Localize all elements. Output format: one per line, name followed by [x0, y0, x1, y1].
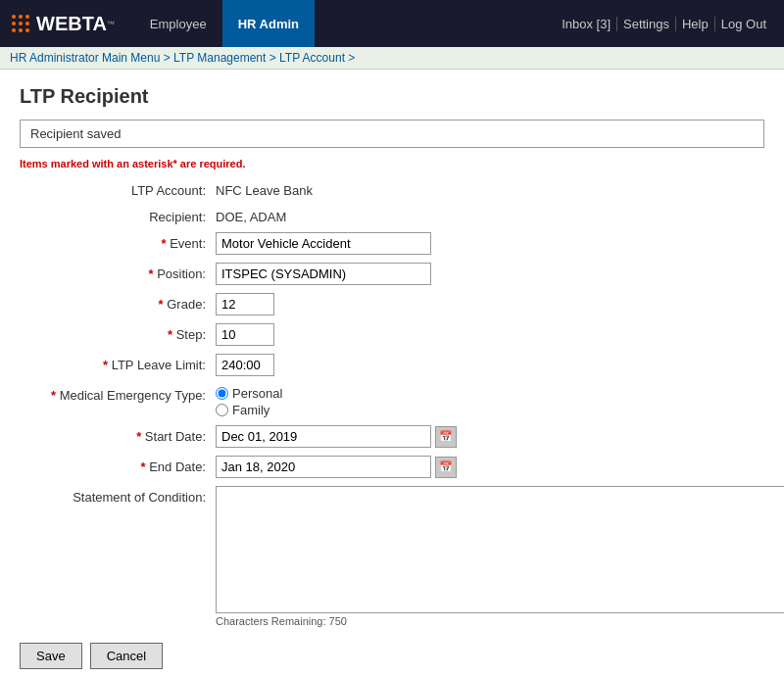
step-input-wrapper — [216, 323, 764, 346]
breadcrumb-home[interactable]: HR Administrator Main Menu — [10, 51, 160, 65]
radio-family-label: Family — [232, 403, 270, 417]
settings-link[interactable]: Settings — [617, 17, 676, 31]
header-right: Inbox [3] Settings Help Log Out — [556, 17, 784, 31]
start-date-calendar-button[interactable]: 📅 — [435, 426, 457, 448]
ltp-leave-limit-label: * LTP Leave Limit: — [20, 354, 216, 372]
form-row-step: * Step: — [20, 323, 764, 346]
event-asterisk: * — [161, 236, 170, 251]
medical-emergency-type-wrapper: Personal Family — [216, 384, 764, 417]
end-date-input-wrapper: 📅 — [216, 456, 764, 478]
logo-web-text: WEB — [36, 13, 82, 35]
form-row-ltp-leave-limit: * LTP Leave Limit: — [20, 354, 764, 376]
logo-area: WEBTA™ — [0, 0, 126, 47]
statement-label: Statement of Condition: — [20, 486, 216, 505]
nav-employee[interactable]: Employee — [134, 0, 222, 47]
start-date-wrapper: 📅 — [216, 425, 764, 448]
grade-label: * Grade: — [20, 293, 216, 312]
header-left: WEBTA™ Employee HR Admin — [0, 0, 315, 47]
button-row: Save Cancel — [20, 643, 764, 669]
form-row-event: * Event: — [20, 232, 764, 255]
recipient-value: DOE, ADAM — [216, 206, 764, 224]
cancel-button[interactable]: Cancel — [90, 643, 163, 669]
ltp-leave-limit-input-wrapper — [216, 354, 764, 376]
form-row-statement: Statement of Condition: Characters Remai… — [20, 486, 764, 627]
logo-ta-text: TA — [82, 13, 107, 35]
start-date-input[interactable] — [216, 425, 431, 448]
position-label: * Position: — [20, 263, 216, 281]
grade-input[interactable] — [216, 293, 274, 315]
medical-emergency-type-label: * Medical Emergency Type: — [20, 384, 216, 403]
grade-asterisk: * — [159, 297, 168, 312]
statement-textarea-wrapper: Characters Remaining: 750 — [216, 486, 784, 627]
radio-personal-label: Personal — [232, 386, 282, 401]
form-row-start-date: * Start Date: 📅 — [20, 425, 764, 448]
main-content: LTP Recipient Recipient saved Items mark… — [0, 70, 784, 677]
ltp-account-value: NFC Leave Bank — [216, 179, 764, 198]
header: WEBTA™ Employee HR Admin Inbox [3] Setti… — [0, 0, 784, 47]
radio-family[interactable]: Family — [216, 403, 764, 417]
statement-textarea[interactable] — [216, 486, 784, 613]
grade-input-wrapper — [216, 293, 764, 315]
medical-emergency-asterisk: * — [51, 388, 60, 403]
required-note-text: Items marked with an asterisk — [20, 158, 173, 169]
step-asterisk: * — [168, 327, 176, 342]
start-date-input-wrapper: 📅 — [216, 425, 764, 448]
step-input[interactable] — [216, 323, 274, 346]
form: LTP Account: NFC Leave Bank Recipient: D… — [20, 179, 764, 627]
required-note-text2: are required. — [177, 158, 246, 169]
form-row-medical-emergency-type: * Medical Emergency Type: Personal Famil… — [20, 384, 764, 417]
end-date-wrapper: 📅 — [216, 456, 764, 478]
main-nav: Employee HR Admin — [134, 0, 315, 47]
end-date-asterisk: * — [141, 459, 150, 474]
page-title: LTP Recipient — [20, 85, 764, 108]
position-input-wrapper — [216, 263, 764, 285]
logo-tm: ™ — [107, 20, 115, 28]
ltp-account-label: LTP Account: — [20, 179, 216, 198]
ltp-leave-limit-asterisk: * — [103, 358, 112, 372]
chars-remaining-value: 750 — [329, 615, 347, 627]
nav-hradmin[interactable]: HR Admin — [222, 0, 315, 47]
form-row-recipient: Recipient: DOE, ADAM — [20, 206, 764, 224]
breadcrumb-ltp-mgmt[interactable]: LTP Management — [173, 51, 266, 65]
chars-remaining: Characters Remaining: 750 — [216, 615, 784, 627]
radio-family-input[interactable] — [216, 404, 228, 416]
webta-logo: WEBTA™ — [36, 13, 115, 35]
inbox-link[interactable]: Inbox [3] — [556, 17, 617, 31]
ltp-leave-limit-input[interactable] — [216, 354, 274, 376]
recipient-label: Recipient: — [20, 206, 216, 224]
breadcrumb: HR Administrator Main Menu > LTP Managem… — [0, 47, 784, 70]
logo-dots-icon — [12, 15, 30, 33]
radio-group-medical: Personal Family — [216, 384, 764, 417]
position-input[interactable] — [216, 263, 431, 285]
help-link[interactable]: Help — [676, 17, 715, 31]
start-date-label: * Start Date: — [20, 425, 216, 444]
event-input-wrapper — [216, 232, 764, 255]
form-row-grade: * Grade: — [20, 293, 764, 315]
form-row-end-date: * End Date: 📅 — [20, 456, 764, 478]
success-message: Recipient saved — [20, 120, 764, 148]
end-date-input[interactable] — [216, 456, 431, 478]
form-row-ltp-account: LTP Account: NFC Leave Bank — [20, 179, 764, 198]
radio-personal[interactable]: Personal — [216, 386, 764, 401]
start-date-asterisk: * — [136, 429, 145, 444]
save-button[interactable]: Save — [20, 643, 82, 669]
chars-remaining-label: Characters Remaining: — [216, 615, 326, 627]
event-input[interactable] — [216, 232, 431, 255]
required-note: Items marked with an asterisk* are requi… — [20, 158, 764, 169]
form-row-position: * Position: — [20, 263, 764, 285]
breadcrumb-ltp-account[interactable]: LTP Account — [279, 51, 345, 65]
end-date-calendar-button[interactable]: 📅 — [435, 457, 457, 478]
event-label: * Event: — [20, 232, 216, 251]
radio-personal-input[interactable] — [216, 387, 228, 400]
statement-wrapper: Characters Remaining: 750 — [216, 486, 784, 627]
step-label: * Step: — [20, 323, 216, 342]
end-date-label: * End Date: — [20, 456, 216, 474]
position-asterisk: * — [148, 266, 157, 281]
logout-link[interactable]: Log Out — [715, 17, 772, 31]
